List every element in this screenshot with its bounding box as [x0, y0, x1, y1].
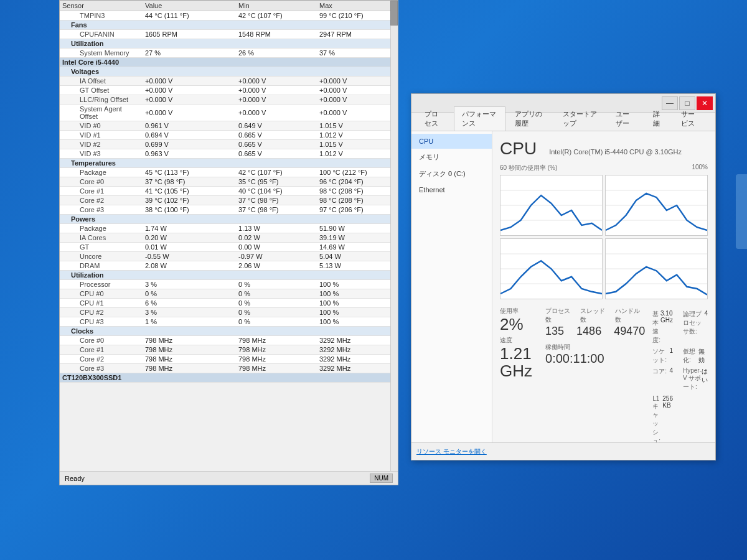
sensor-table-scroll[interactable]: Sensor Value Min Max TMPIN344 °C (111 °F… — [60, 1, 398, 471]
tab-processes[interactable]: プロセス — [416, 106, 453, 131]
processes-label: プロセス数 — [545, 307, 575, 324]
cpu-model-label: Intel(R) Core(TM) i5-4440 CPU @ 3.10GHz — [549, 148, 682, 156]
table-row: Package45 °C (113 °F)42 °C (107 °F)100 °… — [60, 168, 398, 177]
sensor-max-cell: 100 % — [317, 299, 398, 308]
socket-label: ソケット: — [652, 347, 669, 365]
logical-procs-value: 4 — [704, 310, 708, 345]
sensor-min-cell: 798 MHz — [236, 345, 317, 355]
cores-row: コア: 4 — [652, 366, 673, 392]
sensor-value-cell: 0.694 V — [143, 131, 236, 140]
scroll-thumb[interactable] — [390, 1, 398, 26]
tab-performance[interactable]: パフォーマンス — [454, 106, 505, 131]
table-row: Intel Core i5-4440 — [60, 58, 398, 67]
tab-services[interactable]: サービス — [673, 106, 709, 131]
table-row: Utilization — [60, 271, 398, 280]
tab-details[interactable]: 詳細 — [645, 106, 671, 131]
sensor-min-cell: 798 MHz — [236, 336, 317, 345]
sensor-min-cell: 798 MHz — [236, 355, 317, 364]
sensor-value-cell: 27 % — [143, 49, 236, 58]
usage-value: 2% — [500, 315, 538, 334]
sensor-header-cell: Utilization — [60, 271, 398, 280]
sensor-max-cell: 100 % — [317, 280, 398, 289]
table-row: Core #141 °C (105 °F)40 °C (104 °F)98 °C… — [60, 187, 398, 196]
sensor-header-cell: Temperatures — [60, 159, 398, 168]
table-row: Utilization — [60, 39, 398, 49]
status-bar: Ready NUM — [60, 471, 398, 485]
sidebar-item-ethernet[interactable]: Ethernet — [411, 182, 492, 197]
table-row: Core #239 °C (102 °F)37 °C (98 °F)98 °C … — [60, 196, 398, 205]
table-row: Package1.74 W1.13 W51.90 W — [60, 224, 398, 233]
sensor-header-cell: Utilization — [60, 39, 398, 49]
table-row: Core #1798 MHz798 MHz3292 MHz — [60, 345, 398, 355]
sensor-name-cell: Package — [60, 168, 143, 177]
taskmanager-panel: — □ ✕ プロセス パフォーマンス アプリの履歴 スタートアップ ユーザー 詳… — [411, 93, 716, 460]
sensor-min-cell: 42 °C (107 °F) — [236, 11, 317, 21]
sensor-max-cell: 2947 RPM — [317, 30, 398, 39]
cpu-info-grid: 基本速度: 3.10 GHz 論理プロセッサ数: 4 ソケット: 1 仮想化 — [652, 309, 708, 442]
sensor-max-cell: 3292 MHz — [317, 345, 398, 355]
base-speed-row: 基本速度: 3.10 GHz — [652, 309, 673, 345]
sensor-name-cell: DRAM — [60, 261, 143, 271]
sensor-max-cell: 100 °C (212 °F) — [317, 168, 398, 177]
sensor-name-cell: CPU #1 — [60, 299, 143, 308]
sensor-name-cell: CPUFANIN — [60, 30, 143, 39]
l1-label: L1 キャッシュ: — [652, 395, 662, 442]
sensor-max-cell: 3292 MHz — [317, 336, 398, 345]
table-row: Core #037 °C (98 °F)35 °C (95 °F)96 °C (… — [60, 177, 398, 187]
table-row: Core #2798 MHz798 MHz3292 MHz — [60, 355, 398, 364]
cpu-graph-2 — [500, 238, 603, 299]
sensor-value-cell: 0.01 W — [143, 243, 236, 252]
sensor-max-cell: 1.012 V — [317, 131, 398, 140]
sensor-max-cell: 97 °C (206 °F) — [317, 205, 398, 215]
sensor-value-cell: 798 MHz — [143, 355, 236, 364]
tab-history[interactable]: アプリの履歴 — [507, 106, 553, 131]
table-row: CPUFANIN1605 RPM1548 RPM2947 RPM — [60, 30, 398, 39]
uptime-value: 0:00:11:00 — [545, 352, 645, 366]
sensor-name-cell: Core #1 — [60, 345, 143, 355]
sensor-value-cell: 0.963 V — [143, 149, 236, 159]
table-row: CPU #00 %0 %100 % — [60, 289, 398, 299]
sidebar-item-memory[interactable]: メモリ — [411, 149, 492, 166]
sensor-min-cell: 0 % — [236, 308, 317, 317]
sensor-value-cell: -0.55 W — [143, 252, 236, 261]
sensor-min-cell: 37 °C (98 °F) — [236, 196, 317, 205]
resource-monitor-link[interactable]: リソース モニターを開く — [416, 447, 487, 456]
table-row: Temperatures — [60, 159, 398, 168]
sensor-header-cell: CT120BX300SSD1 — [60, 373, 398, 383]
cpu-header: CPU Intel(R) Core(TM) i5-4440 CPU @ 3.10… — [500, 139, 708, 159]
sensor-max-cell: 5.13 W — [317, 261, 398, 271]
sidebar-item-disk[interactable]: ディスク 0 (C:) — [411, 166, 492, 182]
sensor-max-cell: 100 % — [317, 317, 398, 327]
virtualization-value: 無効 — [698, 347, 708, 365]
sensor-max-cell: 3292 MHz — [317, 364, 398, 373]
windows-sidebar-panel — [736, 174, 747, 249]
table-row: VID #10.694 V0.665 V1.012 V — [60, 131, 398, 140]
sensor-min-cell: 0.665 V — [236, 131, 317, 140]
sensor-max-cell: 1.015 V — [317, 140, 398, 149]
l1-row: L1 キャッシュ: 256 KB — [652, 394, 673, 442]
sensor-max-cell: 39.19 W — [317, 233, 398, 243]
l1-value: 256 KB — [662, 395, 673, 442]
table-row: CT120BX300SSD1 — [60, 373, 398, 383]
sensor-min-cell: 0.02 W — [236, 233, 317, 243]
tab-users[interactable]: ユーザー — [608, 106, 644, 131]
sensor-value-cell: 798 MHz — [143, 336, 236, 345]
sensor-name-cell: CPU #0 — [60, 289, 143, 299]
sensor-max-cell: +0.000 V — [317, 77, 398, 86]
table-row: VID #30.963 V0.665 V1.012 V — [60, 149, 398, 159]
sensor-min-cell: +0.000 V — [236, 77, 317, 86]
sensor-header-cell: Voltages — [60, 67, 398, 77]
sensor-max-cell: 14.69 W — [317, 243, 398, 252]
sensor-value-cell: 3 % — [143, 308, 236, 317]
cpu-detail-main: CPU Intel(R) Core(TM) i5-4440 CPU @ 3.10… — [492, 131, 715, 442]
sensor-min-cell: 0.649 V — [236, 121, 317, 131]
num-indicator: NUM — [370, 474, 393, 483]
tab-startup[interactable]: スタートアップ — [555, 106, 606, 131]
sidebar-item-cpu[interactable]: CPU — [411, 134, 492, 149]
graph-time-label: 60 秒間の使用率 (%) — [500, 164, 557, 172]
graph-max-label: 100% — [692, 164, 708, 172]
scrollbar[interactable] — [390, 1, 398, 471]
table-row: Core #0798 MHz798 MHz3292 MHz — [60, 336, 398, 345]
sensor-max-cell: 100 % — [317, 289, 398, 299]
taskmanager-footer: リソース モニターを開く — [411, 442, 715, 460]
